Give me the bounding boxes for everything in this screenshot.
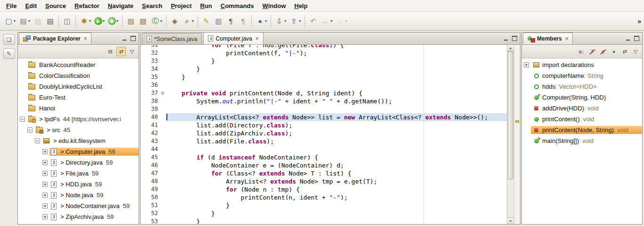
code-line[interactable]: 41 list.add(Directory.class);: [140, 121, 507, 129]
maximize-icon[interactable]: [633, 35, 640, 42]
expand-box-icon[interactable]: +: [42, 182, 48, 187]
open-type-button[interactable]: ◫: [61, 14, 73, 28]
tree-item[interactable]: +> Computer.java59: [18, 146, 139, 157]
close-icon[interactable]: ×: [565, 35, 569, 42]
code-line[interactable]: 51 }: [140, 201, 507, 209]
fold-collapse-icon[interactable]: ⊖: [159, 89, 166, 97]
run-last-button[interactable]: ◉▾: [107, 14, 120, 28]
expand-box-icon[interactable]: +: [42, 149, 48, 154]
member-item[interactable]: printContent(Node, String) : void: [522, 125, 642, 135]
collapse-box-icon[interactable]: −: [20, 117, 25, 122]
menu-item-file[interactable]: File: [2, 0, 21, 11]
mark-occurrences-button[interactable]: ✎: [200, 14, 212, 28]
code-line[interactable]: 34 }: [140, 65, 507, 73]
last-edit-location-button[interactable]: ↶: [307, 14, 319, 28]
save-as-button[interactable]: ▤▾: [17, 14, 32, 28]
member-item[interactable]: +import declarations: [522, 59, 642, 70]
tree-item[interactable]: ColorClassification: [18, 70, 139, 81]
save-button[interactable]: ▥: [32, 14, 44, 28]
package-explorer-tab[interactable]: Package Explorer ×: [19, 33, 91, 44]
tree-item[interactable]: +> Node.java59: [18, 190, 139, 201]
tree-item[interactable]: +> HDD.java59: [18, 179, 139, 190]
code-line[interactable]: 48 ArrayList<? extends Node> tmp = e.get…: [140, 177, 507, 185]
external-tools-button[interactable]: ✱▾: [78, 14, 92, 28]
vertical-scrollbar[interactable]: ▲ ▼: [507, 45, 514, 224]
close-icon[interactable]: ×: [84, 35, 87, 42]
scrollbar-thumb[interactable]: [508, 51, 513, 179]
tree-item[interactable]: DoublyLinkedCyclicList: [18, 81, 139, 92]
show-selected-element-button[interactable]: ▥: [213, 14, 224, 28]
code-line[interactable]: 46 NodeContainer e = (NodeContainer) d;: [140, 161, 507, 169]
expand-box-icon[interactable]: +: [42, 214, 48, 219]
block-selection-button[interactable]: ¶: [237, 14, 249, 28]
tree-item[interactable]: +> ZipArchiv.java59: [18, 211, 139, 222]
show-public-icon[interactable]: ●: [609, 47, 619, 56]
minimize-icon[interactable]: [502, 35, 509, 42]
view-menu-icon[interactable]: ▽: [127, 47, 137, 56]
maximize-icon[interactable]: [130, 35, 137, 42]
code-line[interactable]: 31 for (File f : hdd.get(File.class)) {: [140, 45, 507, 49]
code-line[interactable]: 39: [140, 105, 507, 113]
link-with-editor-icon[interactable]: ⇄: [116, 47, 126, 56]
menu-item-navigate[interactable]: Navigate: [104, 0, 138, 11]
occurrence-marker[interactable]: [515, 120, 519, 123]
forward-button[interactable]: →▾: [334, 14, 348, 28]
code-line[interactable]: 52 }: [140, 209, 507, 218]
menu-item-search[interactable]: Search: [138, 0, 166, 11]
view-menu-icon[interactable]: ▽: [631, 47, 640, 56]
expand-box-icon[interactable]: +: [524, 62, 529, 67]
member-item[interactable]: hdds : Vector<HDD>: [522, 81, 642, 92]
new-java-project-button[interactable]: ▨: [125, 14, 137, 28]
code-line[interactable]: 45 if (d instanceof NodeContainer) {: [140, 153, 507, 161]
expand-box-icon[interactable]: +: [42, 203, 48, 209]
member-item[interactable]: Computer(String, HDD): [522, 92, 642, 103]
link-with-editor-icon[interactable]: ⇄: [620, 47, 629, 56]
hide-fields-icon[interactable]: f: [587, 47, 597, 56]
collapse-all-icon[interactable]: ⊟: [106, 47, 115, 56]
menu-item-window[interactable]: Window: [258, 0, 290, 11]
next-annotation-button[interactable]: ⇩▾: [273, 14, 288, 28]
tree-item[interactable]: +> File.java59: [18, 168, 139, 179]
code-line[interactable]: 37⊖ private void printContent(Node d, St…: [140, 89, 507, 97]
editor-tab-someclassjava[interactable]: *SomeClass.java: [142, 33, 202, 44]
menu-item-refactor[interactable]: Refactor: [70, 0, 104, 11]
tree-item[interactable]: Hanoi: [18, 103, 139, 114]
close-icon[interactable]: ×: [256, 35, 259, 42]
open-editors-button[interactable]: ✎: [3, 48, 15, 59]
scroll-up-icon[interactable]: ▲: [507, 45, 514, 51]
code-area[interactable]: 31 for (File f : hdd.get(File.class)) {3…: [140, 45, 507, 224]
expand-box-icon[interactable]: +: [42, 193, 48, 198]
menu-item-run[interactable]: Run: [196, 0, 216, 11]
code-line[interactable]: 40 ArrayList<Class<? extends Node>> list…: [140, 113, 507, 121]
menu-item-help[interactable]: Help: [290, 0, 312, 11]
menu-item-edit[interactable]: Edit: [21, 0, 41, 11]
toolbar-overflow-chevron[interactable]: »: [637, 17, 641, 25]
member-item[interactable]: addDrive(HDD) : void: [522, 103, 642, 114]
tree-item[interactable]: Euro-Test: [18, 92, 139, 103]
restore-views-button[interactable]: ❑: [3, 34, 15, 45]
back-button[interactable]: ←▾: [320, 14, 334, 28]
code-line[interactable]: 44: [140, 145, 507, 153]
print-button[interactable]: ▤: [44, 14, 56, 28]
collapse-box-icon[interactable]: −: [35, 138, 40, 143]
tree-item[interactable]: −> edu.kit.filesystem: [18, 135, 139, 146]
code-line[interactable]: 42 list.add(ZipArchiv.class);: [140, 129, 507, 137]
code-line[interactable]: 35 }: [140, 73, 507, 81]
expand-box-icon[interactable]: +: [42, 160, 48, 165]
tree-item[interactable]: −> src45: [18, 125, 139, 135]
code-line[interactable]: 49 for (Node n : tmp) {: [140, 185, 507, 193]
new-wizard-button[interactable]: ▢▾: [3, 14, 17, 28]
minimize-icon[interactable]: [121, 35, 128, 42]
maximize-icon[interactable]: [511, 35, 518, 42]
code-line[interactable]: 38 System.out.println("|-" + ident + " "…: [140, 97, 507, 105]
new-package-button[interactable]: ▧: [137, 14, 149, 28]
new-class-button[interactable]: Ⓒ▾: [149, 14, 164, 28]
member-item[interactable]: printContent() : void: [522, 114, 642, 125]
collapse-box-icon[interactable]: −: [27, 127, 33, 133]
code-line[interactable]: 36: [140, 81, 507, 89]
members-tab[interactable]: Members ×: [523, 33, 573, 44]
menu-item-commands[interactable]: Commands: [216, 0, 258, 11]
search-button[interactable]: ⌕▾: [181, 14, 195, 28]
export-jar-button[interactable]: ◈: [169, 14, 181, 28]
member-item[interactable]: computerName : String: [522, 70, 642, 81]
